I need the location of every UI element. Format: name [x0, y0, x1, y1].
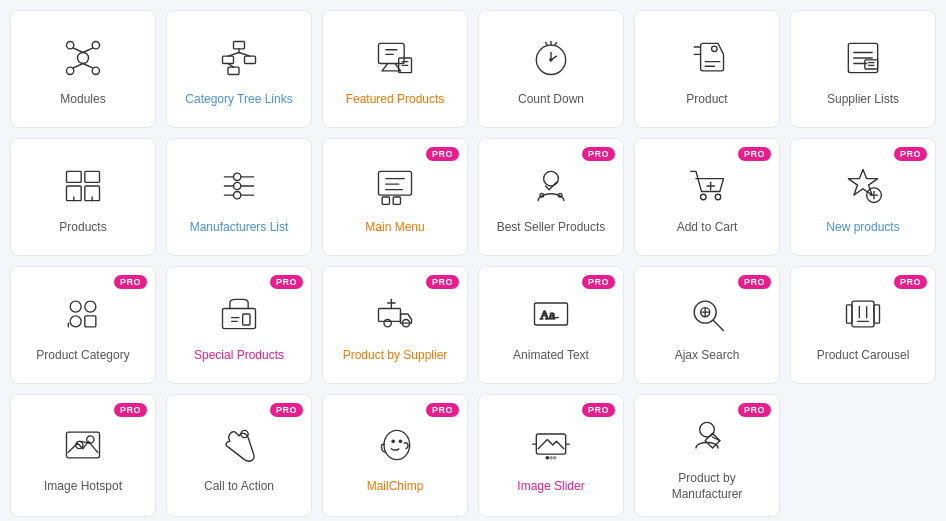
svg-point-113 [553, 456, 557, 460]
modules-grid: ModulesCategory Tree LinksFeatured Produ… [10, 10, 936, 517]
product-by-manufacturer-icon [683, 413, 731, 461]
card-call-to-action[interactable]: PROCall to Action [166, 394, 312, 517]
card-label-products: Products [59, 220, 106, 236]
card-product-by-supplier[interactable]: PROProduct by Supplier [322, 266, 468, 384]
card-best-seller-products[interactable]: PROBest Seller Products [478, 138, 624, 256]
card-manufacturers-list[interactable]: Manufacturers List [166, 138, 312, 256]
svg-line-18 [382, 64, 388, 71]
card-product[interactable]: Product [634, 10, 780, 128]
card-mailchimp[interactable]: PROMailChimp [322, 394, 468, 517]
card-count-down[interactable]: Count Down [478, 10, 624, 128]
svg-rect-17 [379, 44, 405, 64]
card-ajax-search[interactable]: PROAjax Search [634, 266, 780, 384]
card-label-new-products: New products [826, 220, 899, 236]
svg-point-48 [234, 173, 241, 180]
card-label-animated-text: Animated Text [513, 348, 589, 364]
svg-point-54 [234, 192, 241, 199]
svg-line-8 [83, 64, 93, 69]
svg-rect-9 [234, 42, 245, 49]
svg-line-19 [395, 64, 401, 71]
svg-rect-56 [379, 172, 412, 196]
svg-point-73 [85, 301, 96, 312]
svg-line-13 [228, 53, 239, 57]
svg-line-7 [73, 64, 83, 69]
card-label-featured-products: Featured Products [346, 92, 445, 108]
mailchimp-icon [371, 421, 419, 469]
new-products-icon [839, 162, 887, 210]
svg-point-32 [549, 58, 553, 62]
card-animated-text[interactable]: PROAaAnimated Text [478, 266, 624, 384]
supplier-lists-icon [839, 34, 887, 82]
card-modules[interactable]: Modules [10, 10, 156, 128]
svg-point-62 [544, 172, 559, 187]
card-label-product-by-supplier: Product by Supplier [343, 348, 448, 364]
pro-badge: PRO [426, 403, 459, 417]
svg-line-29 [555, 43, 557, 46]
card-product-carousel[interactable]: PROProduct Carousel [790, 266, 936, 384]
card-label-special-products: Special Products [194, 348, 284, 364]
card-label-add-to-cart: Add to Cart [677, 220, 738, 236]
card-label-product-category: Product Category [36, 348, 129, 364]
special-products-icon [215, 290, 263, 338]
image-hotspot-icon [59, 421, 107, 469]
svg-rect-10 [223, 56, 234, 63]
svg-text:Aa: Aa [540, 308, 555, 322]
svg-point-111 [546, 456, 550, 460]
card-main-menu[interactable]: PROMain Menu [322, 138, 468, 256]
svg-point-107 [399, 439, 403, 443]
card-label-image-hotspot: Image Hotspot [44, 479, 122, 495]
svg-rect-61 [393, 197, 400, 204]
svg-rect-60 [382, 197, 389, 204]
pro-badge: PRO [270, 403, 303, 417]
svg-point-114 [700, 422, 715, 437]
featured-products-icon [371, 34, 419, 82]
pro-badge: PRO [426, 147, 459, 161]
card-supplier-lists[interactable]: Supplier Lists [790, 10, 936, 128]
card-label-product-carousel: Product Carousel [817, 348, 910, 364]
svg-rect-43 [67, 172, 82, 183]
svg-line-90 [713, 321, 723, 331]
card-label-main-menu: Main Menu [365, 220, 424, 236]
manufacturers-list-icon [215, 162, 263, 210]
svg-point-66 [715, 194, 721, 200]
card-label-manufacturers-list: Manufacturers List [190, 220, 289, 236]
card-products[interactable]: Products [10, 138, 156, 256]
card-label-mailchimp: MailChimp [367, 479, 424, 495]
svg-rect-15 [228, 67, 239, 74]
pro-badge: PRO [738, 275, 771, 289]
card-image-slider[interactable]: PROImage Slider [478, 394, 624, 517]
svg-rect-94 [852, 301, 874, 327]
card-image-hotspot[interactable]: PROImage Hotspot [10, 394, 156, 517]
svg-point-65 [701, 194, 707, 200]
main-menu-icon [371, 162, 419, 210]
card-featured-products[interactable]: Featured Products [322, 10, 468, 128]
animated-text-icon: Aa [527, 290, 575, 338]
svg-point-72 [70, 301, 81, 312]
call-to-action-icon [215, 421, 263, 469]
card-product-by-manufacturer[interactable]: PROProduct by Manufacturer [634, 394, 780, 517]
svg-rect-75 [85, 316, 96, 327]
card-new-products[interactable]: PRONew products [790, 138, 936, 256]
product-icon [683, 34, 731, 82]
product-carousel-icon [839, 290, 887, 338]
card-label-ajax-search: Ajax Search [675, 348, 740, 364]
pro-badge: PRO [894, 275, 927, 289]
svg-rect-38 [865, 60, 878, 69]
modules-icon [59, 34, 107, 82]
product-by-supplier-icon [371, 290, 419, 338]
best-seller-icon [527, 162, 575, 210]
card-category-tree-links[interactable]: Category Tree Links [166, 10, 312, 128]
svg-point-112 [549, 456, 553, 460]
svg-line-5 [73, 48, 83, 53]
svg-point-106 [391, 439, 395, 443]
card-add-to-cart[interactable]: PROAdd to Cart [634, 138, 780, 256]
card-label-best-seller-products: Best Seller Products [497, 220, 606, 236]
card-label-product-by-manufacturer: Product by Manufacturer [645, 471, 769, 502]
card-special-products[interactable]: PROSpecial Products [166, 266, 312, 384]
pro-badge: PRO [582, 147, 615, 161]
card-label-modules: Modules [60, 92, 105, 108]
card-product-category[interactable]: PROProduct Category [10, 266, 156, 384]
card-label-call-to-action: Call to Action [204, 479, 274, 495]
countdown-icon [527, 34, 575, 82]
svg-line-6 [83, 48, 93, 53]
